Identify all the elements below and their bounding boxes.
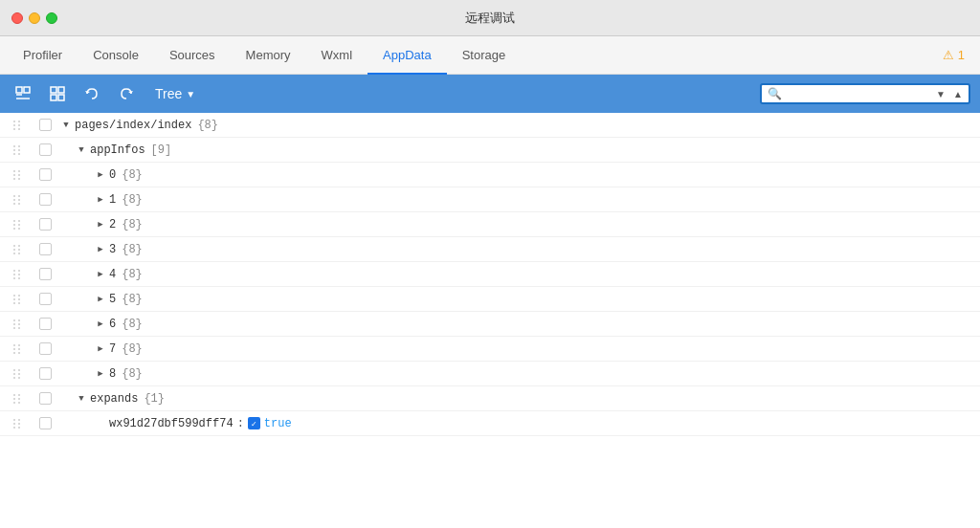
- collapse-all-button[interactable]: [10, 80, 36, 107]
- minimize-button[interactable]: [29, 12, 40, 24]
- search-box: 🔍 ▼ ▲: [760, 83, 970, 104]
- row-content: ▶ 2 {8}: [56, 218, 980, 231]
- row-content: ▶ 0 {8}: [56, 168, 980, 182]
- row-checkbox[interactable]: [39, 243, 52, 255]
- tab-wxml[interactable]: Wxml: [306, 37, 368, 75]
- search-prev-button[interactable]: ▼: [933, 88, 948, 100]
- svg-rect-0: [16, 87, 22, 93]
- value-text: true: [264, 417, 292, 430]
- row-content: wx91d27dbf599dff74 : true: [56, 417, 980, 430]
- table-row: ▶ 0 {8}: [0, 163, 980, 187]
- row-checkbox[interactable]: [39, 193, 52, 206]
- redo-button[interactable]: [113, 80, 140, 107]
- row-content: ▶ 1 {8}: [56, 193, 980, 207]
- svg-rect-6: [51, 95, 56, 100]
- badge-text: {1}: [144, 392, 165, 406]
- expand-arrow[interactable]: ▶: [94, 243, 107, 256]
- badge-text: {8}: [122, 318, 143, 331]
- row-content: ▶ 4 {8}: [56, 268, 980, 281]
- search-next-button[interactable]: ▲: [950, 88, 966, 100]
- expand-arrow[interactable]: ▼: [75, 392, 88, 406]
- row-checkbox[interactable]: [39, 268, 52, 280]
- table-row: ▶ 1 {8}: [0, 187, 980, 212]
- warning-count: 1: [958, 48, 965, 62]
- expand-arrow[interactable]: ▶: [94, 318, 107, 331]
- index-text: 0: [109, 168, 116, 182]
- tree-dropdown[interactable]: Tree ▼: [147, 82, 203, 105]
- index-text: 8: [109, 367, 116, 381]
- row-content: ▶ 5 {8}: [56, 293, 980, 306]
- close-button[interactable]: [11, 12, 23, 24]
- undo-button[interactable]: [78, 80, 105, 107]
- table-row: ▶ 4 {8}: [0, 262, 980, 287]
- badge-text: {8}: [122, 193, 143, 207]
- row-content: ▼ pages/index/index {8}: [56, 119, 980, 132]
- search-navigation: ▼ ▲: [933, 88, 966, 100]
- app-window: 远程调试 Profiler Console Sources Memory Wxm…: [0, 0, 980, 528]
- table-row: ▼ expands {1}: [0, 386, 980, 411]
- tab-warning: ⚠ 1: [943, 36, 972, 74]
- expand-arrow[interactable]: ▶: [94, 293, 107, 306]
- table-row: ▶ 7 {8}: [0, 337, 980, 362]
- row-checkbox[interactable]: [39, 119, 52, 131]
- tab-console[interactable]: Console: [78, 37, 154, 75]
- key-text: expands: [90, 392, 138, 406]
- row-checkbox[interactable]: [39, 318, 52, 330]
- expand-arrow[interactable]: ▼: [59, 119, 73, 132]
- row-checkbox[interactable]: [39, 293, 52, 305]
- maximize-button[interactable]: [46, 12, 57, 24]
- expand-arrow[interactable]: ▶: [94, 342, 107, 356]
- row-gutter: [0, 344, 34, 354]
- tab-storage[interactable]: Storage: [447, 37, 522, 75]
- colon-separator: :: [237, 417, 244, 430]
- traffic-lights: [11, 12, 57, 24]
- expand-arrow[interactable]: ▶: [94, 268, 107, 281]
- expand-arrow[interactable]: ▶: [94, 367, 107, 381]
- tab-appdata[interactable]: AppData: [368, 37, 447, 75]
- tab-sources[interactable]: Sources: [154, 37, 231, 75]
- row-checkbox-col: [34, 143, 56, 156]
- titlebar: 远程调试: [0, 0, 980, 36]
- row-checkbox[interactable]: [39, 367, 52, 380]
- row-content: ▶ 7 {8}: [56, 342, 980, 356]
- row-gutter: [0, 121, 34, 130]
- expand-arrow[interactable]: ▶: [94, 218, 107, 231]
- key-text: wx91d27dbf599dff74: [109, 417, 234, 430]
- window-title: 远程调试: [465, 10, 515, 27]
- expand-all-button[interactable]: [44, 80, 71, 107]
- search-icon: 🔍: [768, 87, 782, 100]
- row-gutter: [0, 319, 34, 329]
- row-gutter: [0, 245, 34, 254]
- key-text: pages/index/index: [75, 119, 191, 132]
- tab-profiler[interactable]: Profiler: [8, 37, 78, 75]
- index-text: 1: [109, 193, 116, 207]
- expand-arrow[interactable]: ▶: [94, 168, 107, 182]
- row-gutter: [0, 394, 34, 404]
- row-checkbox[interactable]: [39, 392, 52, 405]
- table-row: ▼ pages/index/index {8}: [0, 113, 980, 138]
- table-row: ▶ 2 {8}: [0, 212, 980, 237]
- row-gutter: [0, 270, 34, 279]
- expand-arrow[interactable]: ▶: [94, 193, 107, 207]
- index-text: 3: [109, 243, 116, 256]
- table-row: wx91d27dbf599dff74 : true: [0, 411, 980, 436]
- row-checkbox[interactable]: [39, 417, 52, 429]
- search-input[interactable]: [786, 87, 929, 100]
- row-checkbox[interactable]: [39, 168, 52, 181]
- row-checkbox[interactable]: [39, 143, 52, 156]
- svg-rect-7: [58, 95, 64, 100]
- row-gutter: [0, 145, 34, 155]
- badge-text: {8}: [197, 119, 218, 132]
- row-checkbox[interactable]: [39, 218, 52, 231]
- row-checkbox[interactable]: [39, 342, 52, 355]
- expand-arrow[interactable]: ▼: [75, 143, 88, 157]
- svg-rect-5: [58, 87, 64, 93]
- key-text: appInfos: [90, 143, 145, 157]
- tabbar: Profiler Console Sources Memory Wxml App…: [0, 36, 980, 75]
- row-checkbox-col: [34, 119, 56, 131]
- tab-memory[interactable]: Memory: [231, 37, 306, 75]
- badge-text: {8}: [122, 243, 143, 256]
- boolean-checkbox-icon[interactable]: [248, 417, 260, 429]
- row-gutter: [0, 195, 34, 205]
- row-content: ▼ appInfos [9]: [56, 143, 980, 157]
